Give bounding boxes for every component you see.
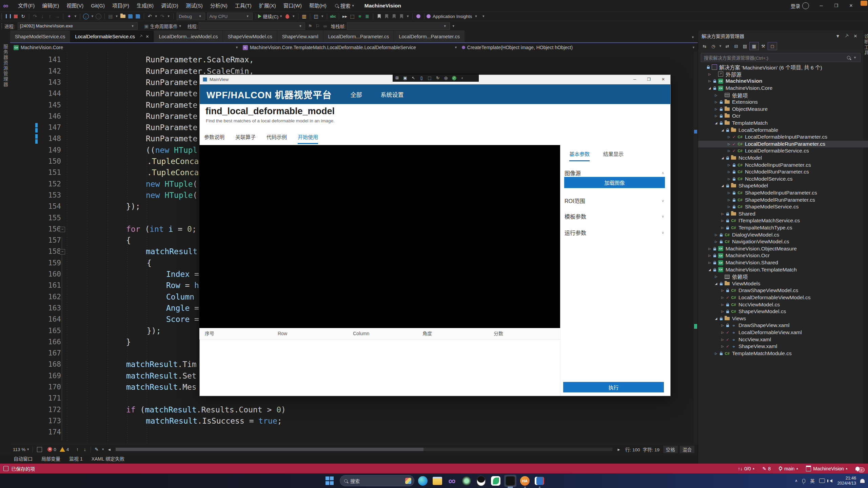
code-line-174[interactable]: 174 — [10, 427, 693, 438]
redo-icon[interactable]: ↷ — [159, 13, 166, 20]
cursor-select-icon[interactable]: ▸▸ — [341, 13, 349, 20]
switch-views-icon[interactable]: ⇆ — [700, 42, 709, 50]
chevron-down-icon[interactable]: ▼ — [454, 46, 457, 49]
account-icon[interactable]: ◎ — [442, 76, 450, 80]
tab-ShapeView.xaml[interactable]: ShapeView.xaml — [277, 30, 323, 42]
section-模板参数[interactable]: 模板参数∨ — [565, 212, 664, 220]
taskbar-app-visual-studio[interactable]: ∞ — [446, 475, 458, 487]
tab-LocalDeform...Parameter.cs[interactable]: LocalDeform...Parameter.cs — [394, 30, 465, 42]
tree-item-NccViewModel.cs[interactable]: ▷C#NccViewModel.cs — [698, 301, 868, 308]
expander-closed-icon[interactable]: ▷ — [720, 310, 725, 313]
lifecycle-events-label[interactable]: 生命周期事件 — [150, 23, 178, 29]
taskbar-app-halcon[interactable]: HA — [519, 475, 531, 487]
nav-forward-icon[interactable]: → — [95, 13, 102, 20]
menu-分析(N)[interactable]: 分析(N) — [206, 0, 231, 11]
sync-with-active-icon[interactable]: ⇄ — [723, 42, 732, 50]
titlebar-search-button[interactable]: 搜索 ▼ — [335, 2, 356, 9]
tree-item-ShapeModelService.cs[interactable]: ▷C#ShapeModelService.cs — [698, 203, 868, 210]
tree-item-ShapeModel[interactable]: ◢ShapeModel — [698, 182, 868, 189]
minimize-button[interactable]: ─ — [814, 0, 829, 11]
expander-closed-icon[interactable]: ▷ — [720, 338, 725, 341]
warning-count[interactable]: 4 — [66, 447, 69, 452]
sync-ns-icon[interactable]: ✦ — [65, 13, 73, 20]
tab-ShapeModelService.cs[interactable]: ShapeModelService.cs — [10, 30, 70, 42]
clock[interactable]: 21:46 2024/4/13 — [837, 476, 856, 486]
stop-icon[interactable] — [12, 13, 19, 20]
code-line-173[interactable]: 173matchResult.IsSuccess = true; — [10, 415, 693, 427]
tree-item-DrawShapeView.xaml[interactable]: ▷‹›DrawShapeView.xaml — [698, 322, 868, 329]
collapse-all-icon[interactable]: ⊟ — [732, 42, 741, 50]
expander-closed-icon[interactable]: ▷ — [727, 142, 731, 146]
platform-selector[interactable]: Any CPU▼ — [207, 13, 253, 20]
indent-out-icon[interactable]: ≣ — [363, 13, 371, 20]
chevron-down-icon[interactable]: ∨ — [662, 199, 664, 203]
taskbar-app-screen-recorder[interactable] — [504, 475, 516, 487]
panel-tab-基本参数[interactable]: 基本参数 — [569, 150, 590, 161]
toolbar-grip[interactable] — [1, 13, 3, 19]
account-avatar-icon[interactable] — [802, 2, 809, 9]
tree-item-NccModelInputParameter.cs[interactable]: ▷C#NccModelInputParameter.cs — [698, 161, 868, 168]
flag-threads-icon[interactable]: ⚐ — [314, 23, 321, 29]
element-selection-icon[interactable]: ▣ — [401, 76, 409, 80]
expander-open-icon[interactable]: ◢ — [720, 156, 725, 160]
chevron-up-icon[interactable]: ∧ — [662, 171, 664, 175]
expand-icon[interactable]: ▸ — [615, 446, 623, 453]
expander-closed-icon[interactable]: ▷ — [727, 163, 731, 167]
toolbar-overflow-icon[interactable]: ▼ — [482, 15, 485, 18]
bookmark-clear-icon[interactable] — [398, 13, 405, 20]
tree-item-MachineVision.Ocr[interactable]: ▷C#MachineVision.Ocr — [698, 252, 868, 259]
expander-closed-icon[interactable]: ▷ — [727, 149, 731, 152]
bulb-icon[interactable] — [415, 13, 422, 20]
bookmark-icon[interactable] — [375, 13, 383, 20]
tree-item-NavigationViewModel.cs[interactable]: ▷C#NavigationViewModel.cs — [698, 238, 868, 245]
expander-open-icon[interactable]: ◢ — [714, 282, 718, 285]
menu-生成(B)[interactable]: 生成(B) — [133, 0, 157, 11]
bookmark-next-icon[interactable] — [390, 13, 398, 20]
step-into-icon[interactable]: ↓ — [39, 13, 46, 20]
code-line-141[interactable]: 141RunParameter.ScaleRmax, — [10, 54, 693, 65]
section-图像源[interactable]: 图像源∧ — [565, 169, 664, 177]
app-menu-全部[interactable]: 全部 — [350, 90, 362, 99]
tree-item-Ocr[interactable]: ▷Ocr — [698, 113, 868, 120]
step-over-icon[interactable]: ↷ — [31, 13, 39, 20]
ime-indicator[interactable]: 英 — [810, 477, 814, 484]
tree-item-DrawShapeViewModel.cs[interactable]: ▷C#DrawShapeViewModel.cs — [698, 287, 868, 294]
nav-back-icon[interactable]: ← — [82, 13, 90, 20]
tree-item-NccModelService.cs[interactable]: ▷C#NccModelService.cs — [698, 176, 868, 183]
section-运行参数[interactable]: 运行参数∨ — [565, 228, 664, 237]
expander-closed-icon[interactable]: ▷ — [720, 331, 725, 334]
notifications-button[interactable]: 2 — [855, 465, 865, 472]
pin-icon[interactable]: ⊤ — [138, 34, 143, 39]
tree-item-Shared[interactable]: ▷Shared — [698, 210, 868, 218]
tree-item-ShapeView.xaml[interactable]: ▷✓‹›ShapeView.xaml — [698, 343, 868, 350]
chevron-down-icon[interactable]: ∨ — [662, 230, 664, 235]
spell-check-icon[interactable]: abc — [329, 13, 337, 20]
breadcrumb-member[interactable]: CreateTemplate(HObject image, HObject hO… — [467, 45, 692, 50]
operator-tab-代码示例[interactable]: 代码示例 — [267, 133, 287, 144]
stackframe-dropdown[interactable]: ▼ — [347, 22, 450, 30]
chevron-down-icon[interactable]: ▼ — [692, 46, 695, 49]
taskbar-search[interactable]: 搜索 — [340, 475, 414, 486]
server-explorer-vertical-tab[interactable]: 服务器资源管理器 — [2, 44, 9, 87]
expander-closed-icon[interactable]: ▷ — [714, 94, 718, 97]
debug_target-selector[interactable]: Debug▼ — [177, 13, 205, 20]
image-display-area[interactable] — [199, 145, 560, 328]
chevron-down-icon[interactable]: ▼ — [74, 15, 77, 18]
tree-item-LocalDeformableRunParameter.cs[interactable]: ▷✓C#LocalDeformableRunParameter.cs — [698, 141, 868, 148]
load-image-button[interactable]: 加载图像 — [564, 177, 665, 188]
chevron-down-icon[interactable]: ▼ — [167, 15, 170, 18]
breadcrumb-project[interactable]: MachineVision.Core — [21, 45, 234, 50]
taskbar-app-edge[interactable] — [417, 475, 429, 487]
taskbar-app-capcut[interactable] — [460, 475, 473, 487]
tree-item-ObjectMeasure[interactable]: ▷ObjectMeasure — [698, 106, 868, 113]
new-item-icon[interactable]: ▤ — [107, 13, 114, 20]
app-minimize-button[interactable]: ─ — [628, 75, 642, 84]
expander-closed-icon[interactable]: ▷ — [707, 261, 712, 264]
expander-closed-icon[interactable]: ▷ — [727, 198, 731, 202]
execute-button[interactable]: 执行 — [563, 382, 664, 392]
menu-项目(P)[interactable]: 项目(P) — [108, 0, 133, 11]
suspend-icon[interactable]: ∞ — [321, 23, 329, 29]
operator-tab-关联算子[interactable]: 关联算子 — [235, 133, 256, 144]
continue-button[interactable]: 继续(C) — [258, 13, 279, 20]
expander-closed-icon[interactable]: ▷ — [720, 226, 725, 229]
